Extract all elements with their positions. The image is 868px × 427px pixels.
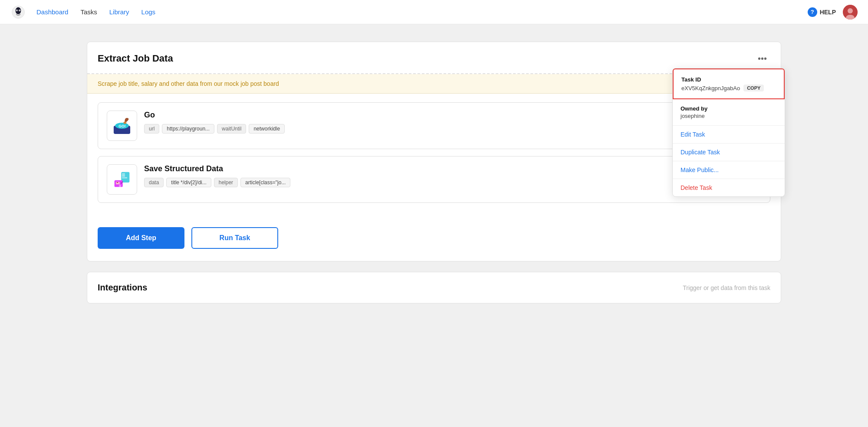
step-go-content: Go url https://playgroun... waitUntil ne… bbox=[144, 111, 761, 134]
task-card: Extract Job Data ••• Task ID eXV5KqZnkgp… bbox=[87, 42, 781, 261]
step-go-tags: url https://playgroun... waitUntil netwo… bbox=[144, 124, 761, 134]
svg-rect-16 bbox=[122, 177, 127, 179]
run-task-button[interactable]: Run Task bbox=[191, 227, 278, 249]
make-public-action[interactable]: Make Public... bbox=[673, 161, 785, 179]
task-dropdown-menu: Task ID eXV5KqZnkgpnJgabAo COPY Owned by… bbox=[672, 68, 785, 197]
app-logo bbox=[10, 4, 26, 20]
svg-point-5 bbox=[19, 10, 20, 11]
avatar[interactable] bbox=[843, 5, 858, 20]
delete-task-action[interactable]: Delete Task bbox=[673, 179, 785, 196]
step-save-structured: {} Save Structured Data data title */div… bbox=[98, 156, 770, 203]
navbar: Dashboard Tasks Library Logs ? HELP bbox=[0, 0, 868, 24]
svg-point-3 bbox=[16, 10, 17, 11]
integrations-subtitle: Trigger or get data from this task bbox=[683, 284, 770, 291]
task-id-section: Task ID eXV5KqZnkgpnJgabAo COPY bbox=[673, 68, 785, 99]
help-icon: ? bbox=[808, 7, 817, 17]
step-save-icon: {} bbox=[107, 164, 137, 195]
main-content: Extract Job Data ••• Task ID eXV5KqZnkgp… bbox=[0, 24, 868, 321]
nav-right: ? HELP bbox=[808, 5, 858, 20]
task-title: Extract Job Data bbox=[98, 53, 173, 64]
copy-task-id-button[interactable]: COPY bbox=[743, 85, 764, 91]
make-public-link[interactable]: Make Public... bbox=[681, 166, 719, 173]
task-description: Scrape job title, salary and other data … bbox=[98, 80, 279, 87]
step-save-tags: data title */div[2]/di... helper article… bbox=[144, 178, 761, 187]
nav-links: Dashboard Tasks Library Logs bbox=[36, 8, 808, 16]
step-go-icon: GO! bbox=[107, 111, 137, 141]
step-go-url-label: url bbox=[144, 124, 159, 134]
svg-rect-15 bbox=[122, 175, 125, 176]
duplicate-task-link[interactable]: Duplicate Task bbox=[681, 149, 720, 156]
duplicate-task-action[interactable]: Duplicate Task bbox=[673, 143, 785, 161]
step-save-data-label: data bbox=[144, 178, 164, 187]
task-menu-button[interactable]: ••• bbox=[754, 52, 770, 65]
svg-rect-19 bbox=[117, 182, 118, 183]
svg-rect-14 bbox=[122, 173, 125, 175]
help-label: HELP bbox=[820, 9, 836, 16]
step-go-url-value: https://playgroun... bbox=[162, 124, 214, 134]
step-go-wait-value: networkidle bbox=[249, 124, 285, 134]
step-go-name: Go bbox=[144, 111, 761, 120]
step-go-wait-label: waitUntil bbox=[217, 124, 246, 134]
nav-tasks[interactable]: Tasks bbox=[80, 8, 97, 16]
integrations-card: Integrations Trigger or get data from th… bbox=[87, 272, 781, 303]
svg-text:GO!: GO! bbox=[118, 124, 125, 128]
task-id-text: eXV5KqZnkgpnJgabAo bbox=[681, 85, 740, 91]
nav-logs[interactable]: Logs bbox=[141, 8, 156, 16]
step-save-name: Save Structured Data bbox=[144, 164, 761, 173]
svg-text:{}: {} bbox=[119, 184, 121, 187]
edit-task-link[interactable]: Edit Task bbox=[681, 131, 705, 138]
svg-point-12 bbox=[123, 121, 126, 124]
step-save-helper-value: article[class="jo... bbox=[240, 178, 290, 187]
owned-by-value: josephine bbox=[681, 113, 777, 119]
add-step-button[interactable]: Add Step bbox=[98, 227, 184, 249]
integrations-title: Integrations bbox=[98, 283, 147, 293]
delete-task-link[interactable]: Delete Task bbox=[681, 184, 712, 191]
help-button[interactable]: ? HELP bbox=[808, 7, 836, 17]
svg-point-7 bbox=[848, 8, 853, 13]
owned-by-section: Owned by josephine bbox=[673, 99, 785, 126]
step-go: GO! Go url https://playgroun... waitUnti… bbox=[98, 102, 770, 149]
nav-dashboard[interactable]: Dashboard bbox=[36, 8, 68, 16]
actions-bar: Add Step Run Task bbox=[87, 218, 781, 261]
step-save-helper-label: helper bbox=[214, 178, 238, 187]
edit-task-action[interactable]: Edit Task bbox=[673, 126, 785, 143]
owned-by-label: Owned by bbox=[681, 105, 777, 112]
step-save-data-value: title */div[2]/di... bbox=[166, 178, 211, 187]
task-id-value: eXV5KqZnkgpnJgabAo COPY bbox=[681, 85, 776, 91]
step-save-content: Save Structured Data data title */div[2]… bbox=[144, 164, 761, 187]
task-id-label: Task ID bbox=[681, 76, 776, 83]
nav-library[interactable]: Library bbox=[109, 8, 129, 16]
